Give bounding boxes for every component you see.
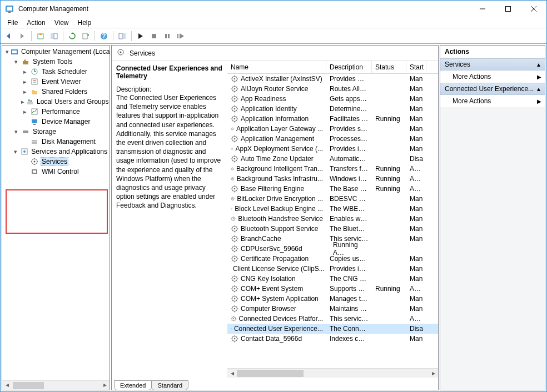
service-row[interactable]: AppX Deployment Service (...Provides inf… bbox=[227, 144, 438, 154]
cell-start: Man bbox=[406, 215, 426, 223]
tree-event-viewer[interactable]: ▸Event Viewer bbox=[3, 77, 108, 87]
svg-line-147 bbox=[233, 169, 233, 170]
service-row[interactable]: Background Tasks Infrastru...Windows in.… bbox=[227, 174, 438, 184]
svg-line-278 bbox=[236, 296, 237, 297]
svg-line-299 bbox=[232, 320, 232, 320]
up-button[interactable] bbox=[34, 30, 47, 42]
tree-performance[interactable]: ▸Performance bbox=[3, 107, 108, 117]
close-button[interactable] bbox=[521, 1, 546, 17]
tree-task-scheduler[interactable]: ▸Task Scheduler bbox=[3, 67, 108, 77]
help-button[interactable]: ? bbox=[98, 30, 110, 42]
service-row[interactable]: COM+ System ApplicationManages th...Man bbox=[227, 294, 438, 304]
svg-point-39 bbox=[23, 150, 26, 153]
service-row[interactable]: Application IdentityDetermines ...Man bbox=[227, 104, 438, 114]
description-text: The Connected User Experiences and Telem… bbox=[116, 93, 223, 210]
menu-action[interactable]: Action bbox=[22, 18, 49, 28]
actions-section-services[interactable]: Services▴ bbox=[440, 58, 545, 71]
service-row[interactable]: Connected User Experience...The Connec..… bbox=[227, 324, 438, 334]
service-row[interactable]: ActiveX Installer (AxInstSV)Provides Us.… bbox=[227, 74, 438, 84]
service-row[interactable]: BitLocker Drive Encryption ...BDESVC hos… bbox=[227, 194, 438, 204]
service-row[interactable]: App ReadinessGets apps re...Man bbox=[227, 94, 438, 104]
cell-start: Man bbox=[406, 295, 426, 303]
nav-back-button[interactable] bbox=[3, 30, 15, 42]
cell-desc: Indexes con... bbox=[326, 335, 372, 343]
menu-view[interactable]: View bbox=[50, 18, 73, 28]
stop-service-button[interactable] bbox=[148, 30, 160, 42]
col-status[interactable]: Status bbox=[372, 61, 406, 73]
service-row[interactable]: Application ManagementProcesses in...Man bbox=[227, 134, 438, 144]
service-row[interactable]: Contact Data_5966dIndexes con...Man bbox=[227, 334, 438, 344]
service-row[interactable]: Certificate PropagationCopies user ...Ma… bbox=[227, 254, 438, 264]
tab-standard[interactable]: Standard bbox=[151, 380, 188, 390]
svg-line-98 bbox=[236, 117, 237, 117]
pause-service-button[interactable] bbox=[161, 30, 173, 42]
show-hide-action-button[interactable] bbox=[116, 30, 128, 42]
list-body[interactable]: ActiveX Installer (AxInstSV)Provides Us.… bbox=[227, 74, 438, 368]
cell-name: Application Identity bbox=[227, 105, 326, 113]
start-service-button[interactable] bbox=[135, 30, 147, 42]
maximize-button[interactable] bbox=[495, 1, 521, 17]
service-row[interactable]: Computer BrowserMaintains a...Man bbox=[227, 304, 438, 314]
service-row[interactable]: Background Intelligent Tran...Transfers … bbox=[227, 164, 438, 174]
minimize-button[interactable] bbox=[470, 1, 495, 17]
service-row[interactable]: CDPUserSvc_5966dRunningAuto bbox=[227, 244, 438, 254]
tree-systools[interactable]: ▾System Tools bbox=[3, 57, 108, 67]
tree-local-users[interactable]: ▸Local Users and Groups bbox=[3, 97, 108, 107]
actions-more-1[interactable]: More Actions▶ bbox=[440, 71, 545, 83]
tree-shared-folders[interactable]: ▸Shared Folders bbox=[3, 87, 108, 97]
actions-more-2[interactable]: More Actions▶ bbox=[440, 95, 545, 107]
show-hide-tree-button[interactable] bbox=[48, 30, 60, 42]
tree-services[interactable]: Services bbox=[3, 157, 108, 167]
tree-device-manager[interactable]: Device Manager bbox=[3, 117, 108, 127]
svg-line-99 bbox=[232, 120, 233, 121]
svg-text:?: ? bbox=[102, 32, 106, 40]
restart-service-button[interactable] bbox=[175, 30, 187, 42]
svg-point-35 bbox=[27, 132, 28, 133]
menu-help[interactable]: Help bbox=[73, 18, 96, 28]
svg-point-191 bbox=[233, 218, 234, 219]
cell-start: Man bbox=[406, 95, 426, 103]
svg-point-91 bbox=[234, 118, 236, 120]
list-hscrollbar[interactable]: ◂▸ bbox=[227, 368, 438, 378]
service-row[interactable]: COM+ Event SystemSupports Sy...RunningAu… bbox=[227, 284, 438, 294]
col-startup[interactable]: Start bbox=[406, 61, 426, 73]
tree-disk-mgmt[interactable]: Disk Management bbox=[3, 137, 108, 147]
tree-wmi[interactable]: WMI Control bbox=[3, 167, 108, 177]
export-button[interactable] bbox=[79, 30, 92, 42]
svg-line-118 bbox=[236, 137, 237, 137]
service-row[interactable]: Application InformationFacilitates t...R… bbox=[227, 114, 438, 124]
service-row[interactable]: Auto Time Zone UpdaterAutomatica...Disa bbox=[227, 154, 438, 164]
col-description[interactable]: Description bbox=[326, 61, 372, 73]
svg-rect-33 bbox=[33, 124, 36, 125]
svg-rect-37 bbox=[32, 142, 37, 144]
svg-point-81 bbox=[234, 108, 236, 110]
cell-name: Auto Time Zone Updater bbox=[227, 155, 326, 163]
actions-section-selected[interactable]: Connected User Experience...▴ bbox=[440, 83, 545, 95]
cell-desc: The Bluetoo... bbox=[326, 225, 372, 233]
service-row[interactable]: AllJoyn Router ServiceRoutes AllJo...Man bbox=[227, 84, 438, 94]
svg-point-71 bbox=[234, 98, 236, 100]
tree-root[interactable]: ▾Computer Management (Local bbox=[3, 47, 108, 57]
tree-storage[interactable]: ▾Storage bbox=[3, 127, 108, 137]
svg-point-161 bbox=[234, 188, 236, 190]
service-row[interactable]: Base Filtering EngineThe Base Fil...Runn… bbox=[227, 184, 438, 194]
list-header[interactable]: Name Description Status Start bbox=[227, 61, 438, 74]
col-name[interactable]: Name bbox=[227, 61, 326, 73]
cell-start: Man bbox=[406, 125, 426, 133]
service-row[interactable]: CNG Key IsolationThe CNG ke...Man bbox=[227, 274, 438, 284]
service-row[interactable]: Connected Devices Platfor...This service… bbox=[227, 314, 438, 324]
svg-line-137 bbox=[236, 160, 237, 161]
service-row[interactable]: Bluetooth Support ServiceThe Bluetoo...M… bbox=[227, 224, 438, 234]
service-row[interactable]: Block Level Backup Engine ...The WBENG..… bbox=[227, 204, 438, 214]
tab-extended[interactable]: Extended bbox=[114, 380, 152, 390]
tree-hscrollbar[interactable]: ◂▸ bbox=[2, 380, 110, 390]
tree-svcapp[interactable]: ▾Services and Applications bbox=[3, 147, 108, 157]
menu-file[interactable]: File bbox=[3, 18, 22, 28]
svg-rect-30 bbox=[27, 102, 33, 104]
service-row[interactable]: Bluetooth Handsfree ServiceEnables wir..… bbox=[227, 214, 438, 224]
service-row[interactable]: Application Layer Gateway ...Provides su… bbox=[227, 124, 438, 134]
refresh-button[interactable] bbox=[66, 30, 78, 42]
service-row[interactable]: Client License Service (ClipS...Provides… bbox=[227, 264, 438, 274]
navigation-tree[interactable]: ▾Computer Management (Local ▾System Tool… bbox=[2, 45, 110, 390]
nav-forward-button[interactable] bbox=[16, 30, 28, 42]
